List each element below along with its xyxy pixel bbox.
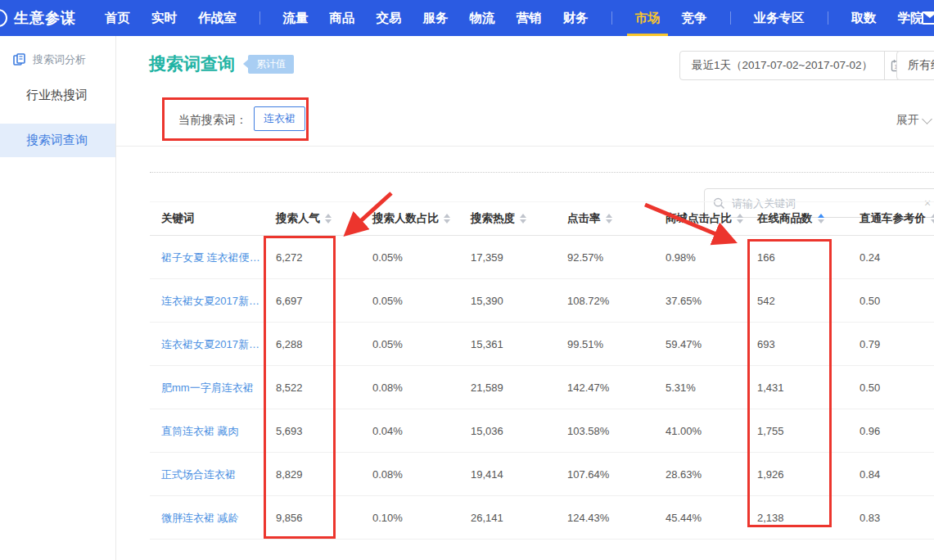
divider-solid — [116, 146, 934, 147]
keyword-link[interactable]: 裙子女夏 连衣裙便宜5.. — [150, 236, 264, 279]
column-header-label: 直通车参考价 — [860, 211, 926, 226]
column-header[interactable]: 搜索人气 — [264, 211, 361, 226]
keyword-link[interactable]: 微胖连衣裙 减龄 — [150, 496, 264, 540]
sidebar-item-industry-hot-words[interactable]: 行业热搜词 — [0, 79, 115, 112]
nav-divider — [828, 11, 828, 25]
mail-icon[interactable] — [922, 11, 934, 25]
cell-value: 28.63% — [654, 468, 746, 481]
cell-value: 693 — [746, 338, 848, 350]
cell-value: 0.10% — [361, 512, 459, 524]
table-header-row: 关键词搜索人气搜索人数占比搜索热度点击率商城点击占比在线商品数直通车参考价 — [150, 201, 934, 236]
cell-value: 1,431 — [746, 382, 848, 394]
column-header[interactable]: 直通车参考价 — [848, 211, 934, 226]
cell-value: 15,361 — [459, 338, 556, 350]
column-header[interactable]: 搜索人数占比 — [361, 211, 459, 226]
cell-value: 2,138 — [746, 512, 848, 524]
cell-value: 142.47% — [556, 382, 654, 394]
nav-item-marketing[interactable]: 营销 — [517, 0, 542, 36]
cell-value: 37.65% — [654, 295, 746, 307]
nav-item-data-extract[interactable]: 取数 — [851, 0, 877, 36]
cell-value: 92.57% — [556, 251, 654, 264]
sort-icon[interactable] — [325, 214, 332, 224]
column-header-label: 点击率 — [567, 211, 601, 226]
cell-value: 59.47% — [654, 338, 746, 350]
nav-item-finance[interactable]: 财务 — [563, 0, 589, 36]
column-header-label: 搜索热度 — [471, 211, 515, 226]
terminal-filter-button[interactable]: 所有终端 — [896, 51, 934, 80]
cell-value: 103.58% — [556, 425, 654, 437]
table-body: 裙子女夏 连衣裙便宜5..6,2720.05%17,35992.57%0.98%… — [150, 236, 934, 540]
sidebar-item-search-word-query[interactable]: 搜索词查询 — [0, 124, 115, 157]
cell-value: 9,856 — [264, 512, 361, 524]
sort-icon[interactable] — [606, 214, 612, 224]
main-content: 搜索词查询 累计值 最近1天（2017-07-02~2017-07-02） 15… — [116, 36, 934, 560]
sidebar-section: 搜索词分析 — [0, 36, 115, 67]
keyword-link[interactable]: 肥mm一字肩连衣裙 — [150, 366, 264, 409]
sort-icon[interactable] — [520, 214, 526, 224]
sort-icon[interactable] — [818, 214, 824, 224]
nav-item-product[interactable]: 商品 — [330, 0, 355, 36]
keyword-link[interactable]: 正式场合连衣裙 — [150, 453, 264, 496]
column-header-label: 商城点击占比 — [666, 211, 732, 226]
date-range-control[interactable]: 最近1天（2017-07-02~2017-07-02） 15 — [679, 51, 909, 80]
cell-value: 1,755 — [746, 425, 848, 437]
table-row: 直筒连衣裙 藏肉5,6930.04%15,036103.58%41.00%1,7… — [150, 409, 934, 453]
cell-value: 0.08% — [361, 382, 459, 394]
keyword-link[interactable]: 连衣裙女夏2017新款... — [150, 279, 264, 323]
page-title: 搜索词查询 累计值 — [149, 52, 294, 75]
column-header[interactable]: 点击率 — [556, 211, 654, 226]
current-keyword-chip[interactable]: 连衣裙 — [254, 106, 305, 131]
nav-item-realtime[interactable]: 实时 — [151, 0, 177, 36]
sort-icon[interactable] — [444, 214, 450, 224]
cell-value: 542 — [746, 295, 848, 307]
cell-value: 166 — [746, 251, 848, 264]
cell-value: 0.05% — [361, 251, 459, 264]
sort-icon[interactable] — [737, 214, 743, 224]
cell-value: 8,522 — [264, 382, 361, 394]
nav-divider — [259, 11, 260, 25]
nav-item-war-room[interactable]: 作战室 — [198, 0, 237, 36]
nav-item-traffic[interactable]: 流量 — [283, 0, 309, 36]
column-header: 关键词 — [150, 211, 264, 226]
table-row: 连衣裙女夏2017新款...6,6970.05%15,390108.72%37.… — [150, 279, 934, 323]
cell-value: 0.84 — [848, 468, 934, 481]
divider-dotted — [150, 172, 934, 173]
cell-value: 5,693 — [264, 425, 361, 437]
table-row: 正式场合连衣裙8,8290.08%19,414107.64%28.63%1,92… — [150, 453, 934, 496]
book-icon — [13, 53, 26, 66]
cell-value: 124.43% — [556, 512, 654, 524]
page-title-text: 搜索词查询 — [149, 52, 235, 75]
nav-item-academy[interactable]: 学院 — [898, 0, 923, 36]
expand-button[interactable]: 展开 — [896, 113, 931, 128]
cell-value: 0.50 — [848, 382, 934, 394]
cell-value: 5.31% — [654, 382, 746, 394]
cell-value: 45.44% — [654, 512, 746, 524]
nav-divider — [611, 11, 612, 25]
cell-value: 0.98% — [654, 251, 746, 264]
column-header[interactable]: 在线商品数 — [746, 211, 848, 226]
brand[interactable]: 生意参谋 — [0, 8, 76, 28]
nav-item-competition[interactable]: 竞争 — [682, 0, 707, 36]
current-keyword-label: 当前搜索词： — [178, 113, 247, 128]
cell-value: 1,926 — [746, 468, 848, 481]
cell-value: 0.83 — [848, 512, 934, 524]
nav-item-service[interactable]: 服务 — [423, 0, 449, 36]
cell-value: 6,288 — [264, 338, 361, 350]
column-header[interactable]: 商城点击占比 — [654, 211, 746, 226]
nav-item-market[interactable]: 市场 — [635, 0, 661, 36]
date-range-text[interactable]: 最近1天（2017-07-02~2017-07-02） — [680, 52, 884, 79]
nav-item-business-zone[interactable]: 业务专区 — [754, 0, 805, 36]
nav-item-home[interactable]: 首页 — [105, 0, 130, 36]
cell-value: 107.64% — [556, 468, 654, 481]
column-header-label: 在线商品数 — [757, 211, 813, 226]
column-header[interactable]: 搜索热度 — [459, 211, 556, 226]
keyword-link[interactable]: 连衣裙女夏2017新款... — [150, 323, 264, 366]
nav-item-trade[interactable]: 交易 — [377, 0, 402, 36]
nav-items: 首页实时作战室流量商品交易服务物流营销财务市场竞争业务专区取数学院 — [94, 0, 934, 36]
cell-value: 0.08% — [361, 468, 459, 481]
nav-item-logistics[interactable]: 物流 — [470, 0, 495, 36]
sort-icon[interactable] — [931, 214, 934, 224]
cell-value: 8,829 — [264, 468, 361, 481]
keyword-link[interactable]: 直筒连衣裙 藏肉 — [150, 409, 264, 453]
cell-value: 0.04% — [361, 425, 459, 437]
